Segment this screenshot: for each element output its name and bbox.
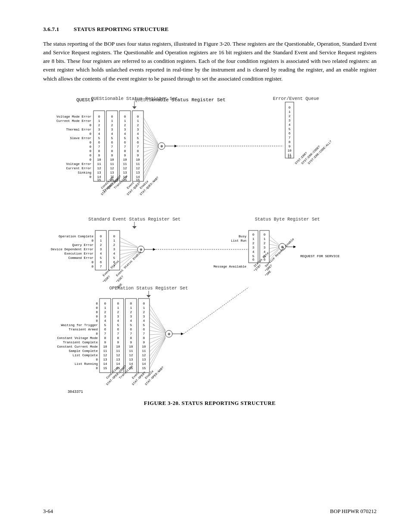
- svg-text:8: 8: [98, 149, 100, 153]
- svg-text:12: 12: [116, 354, 120, 357]
- svg-text:2: 2: [104, 311, 106, 314]
- svg-line-206: [269, 247, 279, 249]
- svg-text:4: 4: [100, 252, 102, 255]
- svg-marker-175: [153, 248, 156, 251]
- svg-text:2: 2: [98, 124, 100, 127]
- svg-text:4: 4: [113, 252, 115, 255]
- svg-text:0: 0: [252, 233, 255, 236]
- svg-marker-211: [293, 246, 296, 248]
- svg-line-100: [143, 147, 158, 152]
- svg-text:12: 12: [142, 354, 146, 357]
- svg-text:0: 0: [100, 235, 102, 238]
- svg-text:10: 10: [136, 158, 140, 162]
- svg-text:9: 9: [137, 154, 139, 157]
- svg-text:Service Request Enable: Service Request Enable: [264, 237, 295, 268]
- svg-text:0: 0: [96, 306, 98, 310]
- svg-text:2: 2: [264, 242, 266, 245]
- svg-text:4: 4: [130, 319, 132, 323]
- svg-text:3: 3: [113, 248, 115, 251]
- svg-text:3: 3: [124, 128, 126, 131]
- svg-text:List Run: List Run: [231, 239, 246, 243]
- svg-text:6: 6: [111, 141, 113, 144]
- svg-text:7: 7: [117, 332, 119, 336]
- svg-text:0: 0: [130, 302, 132, 305]
- svg-marker-220: [146, 295, 151, 298]
- svg-line-167: [120, 242, 137, 247]
- svg-text:0: 0: [89, 154, 91, 157]
- svg-text:13: 13: [97, 171, 101, 174]
- svg-text:6: 6: [143, 328, 145, 331]
- svg-text:Slave Error: Slave Error: [70, 137, 91, 140]
- svg-text:1: 1: [130, 306, 132, 310]
- page-footer: 3-64 BOP HIPWR 070212: [0, 508, 411, 515]
- svg-text:4: 4: [252, 250, 255, 254]
- svg-text:1: 1: [100, 239, 102, 243]
- svg-text:3: 3: [137, 128, 139, 131]
- svg-line-103: [143, 149, 158, 165]
- svg-text:11: 11: [123, 162, 127, 166]
- svg-text:10: 10: [142, 345, 146, 348]
- svg-line-204: [269, 240, 279, 245]
- svg-text:3: 3: [130, 315, 132, 318]
- svg-line-335: [184, 287, 249, 334]
- svg-text:3: 3: [143, 315, 145, 318]
- svg-text:6: 6: [124, 141, 126, 144]
- svg-text:2: 2: [289, 115, 291, 118]
- svg-text:15: 15: [136, 178, 140, 182]
- svg-text:Message Available: Message Available: [213, 265, 246, 268]
- svg-text:1: 1: [98, 119, 100, 123]
- svg-text:Voltage Error: Voltage Error: [66, 162, 91, 166]
- svg-text:7: 7: [104, 332, 106, 336]
- svg-line-314: [149, 334, 165, 335]
- svg-text:7: 7: [124, 145, 126, 149]
- svg-text:11: 11: [142, 349, 146, 353]
- svg-text:15: 15: [103, 367, 107, 370]
- svg-text:0: 0: [96, 332, 98, 336]
- svg-text:11: 11: [97, 162, 101, 166]
- svg-line-169: [120, 249, 137, 250]
- svg-text:3: 3: [104, 315, 106, 318]
- svg-text:Sinking: Sinking: [78, 171, 91, 174]
- svg-line-105: [143, 149, 158, 174]
- svg-text:⊕: ⊕: [160, 144, 163, 148]
- svg-text:10: 10: [97, 158, 101, 162]
- svg-text:4: 4: [124, 132, 126, 136]
- svg-text:1: 1: [124, 119, 126, 123]
- svg-text:7: 7: [137, 145, 139, 149]
- svg-text:7: 7: [289, 136, 291, 140]
- svg-text:0: 0: [98, 115, 100, 118]
- svg-text:1: 1: [111, 119, 113, 123]
- svg-text:0: 0: [89, 149, 91, 153]
- svg-text:0: 0: [117, 302, 119, 305]
- svg-text:3: 3: [264, 246, 266, 249]
- svg-text:6: 6: [117, 328, 119, 331]
- svg-line-95: [143, 131, 158, 145]
- svg-text:0: 0: [91, 239, 93, 243]
- svg-line-203: [269, 236, 279, 244]
- svg-text:4: 4: [104, 319, 106, 323]
- svg-text:Event Status Enable: Event Status Enable: [115, 250, 142, 277]
- svg-text:Constant Voltage Mode: Constant Voltage Mode: [57, 336, 98, 340]
- svg-text:5: 5: [289, 128, 291, 131]
- figure-caption: FIGURE 3-20. STATUS REPORTING STRUCTURE: [144, 400, 276, 407]
- svg-text:2: 2: [252, 242, 255, 245]
- svg-line-318: [149, 336, 165, 352]
- svg-text:3: 3: [117, 315, 119, 318]
- svg-line-322: [149, 338, 165, 369]
- svg-line-307: [149, 305, 165, 330]
- svg-text:5: 5: [143, 324, 145, 327]
- svg-text:0: 0: [96, 367, 98, 370]
- svg-text:OPERation Status Register Set: OPERation Status Register Set: [109, 286, 188, 291]
- svg-marker-5: [132, 106, 137, 109]
- svg-text:11: 11: [129, 349, 133, 353]
- svg-text:14: 14: [103, 362, 107, 366]
- svg-text:8: 8: [111, 149, 113, 153]
- svg-text:5: 5: [111, 137, 113, 140]
- svg-text:0: 0: [96, 319, 98, 323]
- svg-text:6: 6: [98, 141, 100, 144]
- svg-text:Query Error: Query Error: [72, 243, 93, 247]
- svg-text:4: 4: [289, 123, 291, 127]
- svg-text:9: 9: [98, 154, 100, 157]
- svg-text:5: 5: [113, 256, 115, 260]
- svg-text:9: 9: [104, 341, 106, 344]
